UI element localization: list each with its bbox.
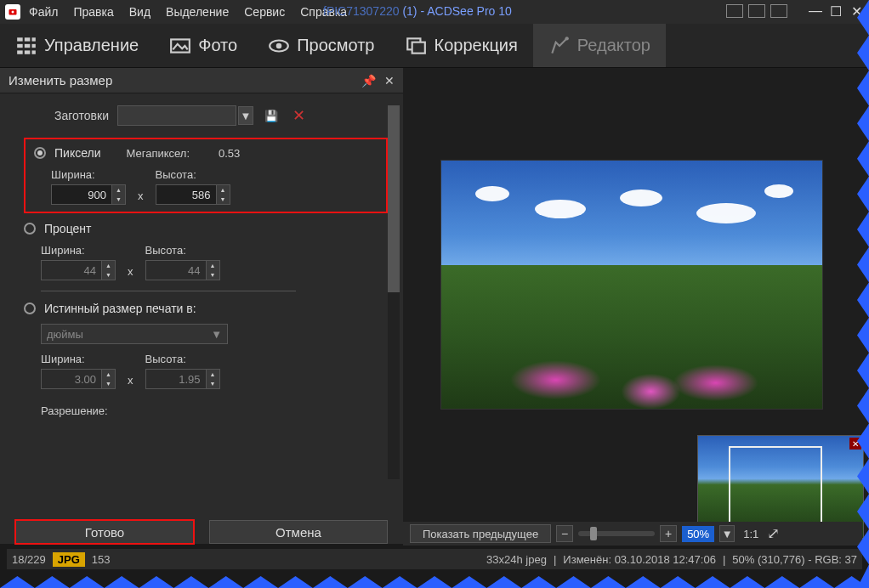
svg-rect-15	[412, 42, 425, 53]
height-in-input	[145, 369, 207, 389]
navigator-close-icon[interactable]: ✕	[849, 438, 861, 449]
height-pct-input	[145, 260, 207, 280]
svg-rect-8	[17, 50, 23, 54]
done-button[interactable]: Готово	[15, 520, 194, 544]
zoom-dropdown[interactable]: ▼	[719, 525, 735, 542]
tab-manage[interactable]: Управление	[0, 24, 154, 67]
radio-pixels[interactable]	[34, 147, 46, 159]
width-pct-label: Ширина:	[41, 244, 116, 257]
image-preview[interactable]	[440, 160, 823, 410]
layout-box-2[interactable]	[748, 4, 765, 18]
panel-title: Изменить размер	[9, 73, 112, 88]
mode-tabs: Управление Фото Просмотр Коррекция Редак…	[0, 24, 869, 68]
bottom-toolbar: Показать предыдущее − + 50% ▼ 1:1 ⤢	[403, 522, 862, 546]
svg-rect-10	[32, 50, 36, 54]
status-coords: 50% (310,776) - RGB: 37	[732, 553, 857, 566]
svg-rect-6	[25, 43, 31, 47]
width-pct-input	[41, 260, 102, 280]
delete-preset-icon[interactable]: ✕	[289, 106, 308, 125]
width-in-input	[41, 369, 102, 389]
app-logo	[5, 4, 20, 20]
width-px-down[interactable]: ▼	[112, 195, 125, 204]
radio-percent-label: Процент	[44, 222, 91, 235]
svg-rect-4	[32, 37, 36, 41]
height-px-input[interactable]	[156, 184, 217, 205]
radio-print[interactable]	[24, 302, 36, 314]
resize-panel: Изменить размер 📌 ✕ Заготовки ▼ 💾 ✕ Пикс…	[0, 68, 403, 544]
expand-icon[interactable]: ⤢	[767, 524, 780, 543]
status-bar: 18/229 JPG 153 33x24h jpeg | Изменён: 03…	[7, 549, 862, 569]
pin-icon[interactable]: 📌	[361, 74, 376, 88]
tab-editor[interactable]: Редактор	[533, 24, 666, 67]
menu-view[interactable]: Вид	[129, 5, 151, 19]
panel-close-icon[interactable]: ✕	[384, 74, 395, 88]
navigator-frame[interactable]	[729, 446, 822, 528]
resolution-label: Разрешение:	[24, 389, 388, 417]
maximize-button[interactable]: ☐	[828, 3, 843, 19]
zoom-value[interactable]: 50%	[682, 526, 714, 542]
menubar: Файл Правка Вид Выделение Сервис Справка	[29, 5, 347, 19]
menu-service[interactable]: Сервис	[244, 5, 285, 19]
status-dims: 33x24h jpeg	[486, 553, 547, 566]
radio-pixels-label: Пиксели	[54, 146, 100, 160]
svg-rect-9	[25, 50, 31, 54]
status-format: JPG	[53, 552, 85, 567]
minimize-button[interactable]: —	[808, 3, 823, 19]
megapixel-value: 0.53	[219, 147, 240, 160]
cancel-button[interactable]: Отмена	[209, 520, 388, 544]
width-px-input[interactable]	[51, 184, 112, 205]
status-modified: Изменён: 03.10.2018 12:47:06	[563, 553, 716, 566]
width-px-up[interactable]: ▲	[112, 185, 125, 195]
status-size: 153	[92, 553, 111, 566]
window-title: fPIC71307220 (1) - ACDSee Pro 10	[323, 4, 512, 18]
panel-scrollbar[interactable]	[388, 105, 400, 479]
pixels-section-highlight: Пиксели Мегапиксел: 0.53 Ширина: ▲▼ x Вы	[24, 138, 388, 213]
svg-point-16	[565, 37, 568, 40]
svg-rect-5	[17, 43, 23, 47]
menu-edit[interactable]: Правка	[73, 5, 113, 19]
height-px-up[interactable]: ▲	[217, 185, 230, 195]
tab-view[interactable]: Просмотр	[253, 24, 389, 67]
x-separator: x	[134, 189, 147, 205]
titlebar: Файл Правка Вид Выделение Сервис Справка…	[0, 0, 869, 24]
zoom-out-button[interactable]: −	[556, 525, 573, 542]
zoom-in-button[interactable]: +	[660, 525, 677, 542]
one-to-one-button[interactable]: 1:1	[740, 528, 762, 540]
height-px-label: Высота:	[156, 168, 230, 181]
close-button[interactable]: ✕	[849, 3, 864, 19]
height-px-down[interactable]: ▼	[217, 195, 230, 204]
height-pct-label: Высота:	[145, 244, 220, 257]
status-index: 18/229	[12, 553, 46, 566]
presets-label: Заготовки	[24, 109, 117, 122]
radio-percent[interactable]	[24, 223, 36, 235]
menu-select[interactable]: Выделение	[166, 5, 229, 19]
zoom-slider[interactable]	[578, 531, 655, 536]
units-select[interactable]: дюймы▼	[41, 324, 228, 344]
megapixel-label: Мегапиксел:	[126, 147, 190, 160]
tab-photo[interactable]: Фото	[154, 24, 253, 67]
show-previous-button[interactable]: Показать предыдущее	[410, 524, 551, 543]
save-preset-icon[interactable]: 💾	[262, 106, 281, 125]
svg-point-13	[276, 42, 282, 48]
svg-rect-7	[32, 43, 36, 47]
presets-select[interactable]	[117, 105, 236, 126]
layout-box-3[interactable]	[770, 4, 787, 18]
svg-point-1	[12, 11, 14, 14]
width-px-label: Ширина:	[51, 168, 126, 181]
menu-file[interactable]: Файл	[29, 5, 58, 19]
svg-rect-2	[17, 37, 23, 41]
presets-dropdown-arrow[interactable]: ▼	[238, 106, 253, 125]
tab-correction[interactable]: Коррекция	[389, 24, 532, 67]
canvas-area: ✕	[403, 68, 869, 544]
layout-box-1[interactable]	[726, 4, 743, 18]
radio-print-label: Истинный размер печати в:	[44, 302, 196, 315]
svg-rect-3	[25, 37, 31, 41]
